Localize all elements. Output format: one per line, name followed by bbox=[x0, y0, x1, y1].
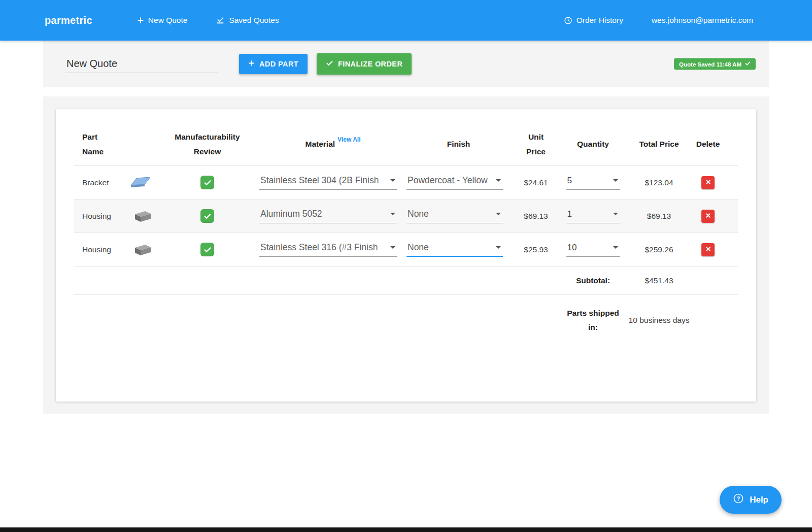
nav-order-history[interactable]: Order History bbox=[564, 16, 623, 25]
plus-icon bbox=[137, 17, 144, 24]
nav-saved-quotes[interactable]: Saved Quotes bbox=[216, 16, 279, 25]
quote-saved-text: Quote Saved 11:48 AM bbox=[679, 61, 741, 67]
chevron-down-icon bbox=[613, 179, 618, 182]
part-cell: Housing bbox=[74, 243, 155, 257]
shipping-label: Parts shipped in: bbox=[561, 306, 625, 335]
col-header-part-name: PartName bbox=[74, 130, 155, 159]
delete-cell bbox=[693, 176, 723, 189]
material-select[interactable]: Aluminum 5052 bbox=[259, 209, 397, 223]
table-row: Housing Aluminum 5052 None $6 bbox=[74, 200, 738, 233]
x-icon bbox=[705, 179, 712, 187]
subtotal-label: Subtotal: bbox=[561, 274, 625, 288]
review-checkbox[interactable] bbox=[200, 176, 214, 189]
quantity-select[interactable]: 1 bbox=[566, 209, 620, 223]
shipping-value: 10 business days bbox=[625, 313, 693, 327]
finish-select[interactable]: Powdercoat - Yellow bbox=[407, 175, 503, 190]
finish-select[interactable]: None bbox=[407, 209, 503, 223]
quantity-cell: 10 bbox=[561, 243, 625, 257]
nav-saved-quotes-label: Saved Quotes bbox=[229, 16, 279, 25]
table-row: Housing Stainless Steel 316 (#3 Finish N… bbox=[74, 233, 738, 267]
help-icon: ? bbox=[733, 493, 744, 507]
user-email[interactable]: wes.johnson@parmetric.com bbox=[652, 16, 753, 25]
total-price: $69.13 bbox=[625, 212, 693, 221]
unit-price: $25.93 bbox=[511, 245, 561, 254]
part-name: Housing bbox=[82, 212, 111, 221]
material-cell: Stainless Steel 316 (#3 Finish bbox=[259, 242, 407, 257]
part-cell: Housing bbox=[74, 209, 155, 223]
chevron-down-icon bbox=[390, 179, 395, 182]
table-row: Bracket Stainless Steel 304 (2B Finish P… bbox=[74, 166, 738, 200]
check-icon bbox=[326, 59, 333, 69]
review-cell bbox=[155, 243, 259, 256]
navbar-right: Order History wes.johnson@parmetric.com bbox=[564, 16, 753, 25]
quantity-select[interactable]: 5 bbox=[566, 176, 620, 190]
nav-new-quote[interactable]: New Quote bbox=[137, 16, 188, 25]
navbar: parmetric New Quote Saved Quotes Order H… bbox=[0, 0, 812, 41]
quantity-select[interactable]: 10 bbox=[566, 243, 620, 257]
quote-table-card: PartName ManufacturabilityReview Materia… bbox=[56, 109, 756, 402]
delete-button[interactable] bbox=[701, 243, 715, 256]
col-header-total-price: Total Price bbox=[625, 137, 693, 152]
quote-bar: ADD PART FINALIZE ORDER Quote Saved 11:4… bbox=[43, 41, 769, 87]
chevron-down-icon bbox=[496, 179, 501, 182]
part-thumbnail-icon[interactable] bbox=[132, 209, 153, 223]
saved-quotes-icon bbox=[216, 16, 225, 25]
total-price: $123.04 bbox=[625, 178, 693, 187]
col-header-delete: Delete bbox=[693, 137, 723, 152]
shipping-row: Parts shipped in: 10 business days bbox=[74, 295, 738, 346]
help-label: Help bbox=[750, 495, 768, 505]
part-thumbnail-icon[interactable] bbox=[132, 243, 153, 257]
quote-name-input[interactable] bbox=[65, 55, 218, 73]
add-part-button[interactable]: ADD PART bbox=[239, 54, 308, 74]
chevron-down-icon bbox=[496, 213, 501, 215]
plus-icon bbox=[248, 60, 255, 68]
help-button[interactable]: ? Help bbox=[720, 486, 782, 514]
quantity-cell: 1 bbox=[561, 209, 625, 223]
col-header-finish: Finish bbox=[407, 137, 511, 152]
chevron-down-icon bbox=[390, 213, 395, 215]
finish-cell: None bbox=[407, 209, 511, 223]
chevron-down-icon bbox=[613, 246, 618, 249]
review-checkbox[interactable] bbox=[200, 209, 214, 223]
subtotal-row: Subtotal: $451.43 bbox=[74, 267, 738, 295]
review-checkbox[interactable] bbox=[200, 243, 214, 256]
delete-button[interactable] bbox=[701, 210, 715, 223]
add-part-label: ADD PART bbox=[259, 60, 298, 68]
chevron-down-icon bbox=[390, 246, 395, 249]
finish-select[interactable]: None bbox=[407, 242, 503, 257]
unit-price: $24.61 bbox=[511, 178, 561, 187]
material-select[interactable]: Stainless Steel 304 (2B Finish bbox=[259, 175, 397, 190]
view-all-link[interactable]: View All bbox=[337, 134, 360, 145]
col-header-review: ManufacturabilityReview bbox=[155, 130, 259, 159]
quote-bar-band: ADD PART FINALIZE ORDER Quote Saved 11:4… bbox=[43, 41, 769, 87]
delete-button[interactable] bbox=[701, 176, 715, 189]
unit-price: $69.13 bbox=[511, 212, 561, 221]
clock-icon bbox=[564, 16, 572, 25]
chevron-down-icon bbox=[496, 246, 501, 249]
svg-text:?: ? bbox=[737, 495, 740, 502]
part-cell: Bracket bbox=[74, 177, 155, 189]
col-header-unit-price: UnitPrice bbox=[511, 130, 561, 159]
delete-cell bbox=[693, 243, 723, 256]
brand-logo[interactable]: parmetric bbox=[45, 15, 92, 26]
total-price: $259.26 bbox=[625, 245, 693, 254]
material-cell: Stainless Steel 304 (2B Finish bbox=[259, 175, 407, 190]
content-band: PartName ManufacturabilityReview Materia… bbox=[43, 96, 769, 414]
part-thumbnail-icon[interactable] bbox=[130, 177, 152, 189]
finish-cell: Powdercoat - Yellow bbox=[407, 175, 511, 190]
nav-order-history-label: Order History bbox=[577, 16, 623, 25]
x-icon bbox=[705, 246, 712, 254]
finalize-order-button[interactable]: FINALIZE ORDER bbox=[317, 53, 412, 75]
review-cell bbox=[155, 176, 259, 189]
part-name: Housing bbox=[82, 245, 111, 254]
chevron-down-icon bbox=[613, 213, 618, 215]
subtotal-value: $451.43 bbox=[625, 274, 693, 288]
finish-cell: None bbox=[407, 242, 511, 257]
navbar-left: parmetric New Quote Saved Quotes bbox=[45, 15, 308, 26]
table-header-row: PartName ManufacturabilityReview Materia… bbox=[74, 123, 738, 166]
material-select[interactable]: Stainless Steel 316 (#3 Finish bbox=[259, 242, 397, 257]
quantity-cell: 5 bbox=[561, 176, 625, 190]
col-header-quantity: Quantity bbox=[561, 137, 625, 152]
bottom-edge-bar bbox=[0, 527, 812, 532]
part-name: Bracket bbox=[82, 178, 109, 187]
